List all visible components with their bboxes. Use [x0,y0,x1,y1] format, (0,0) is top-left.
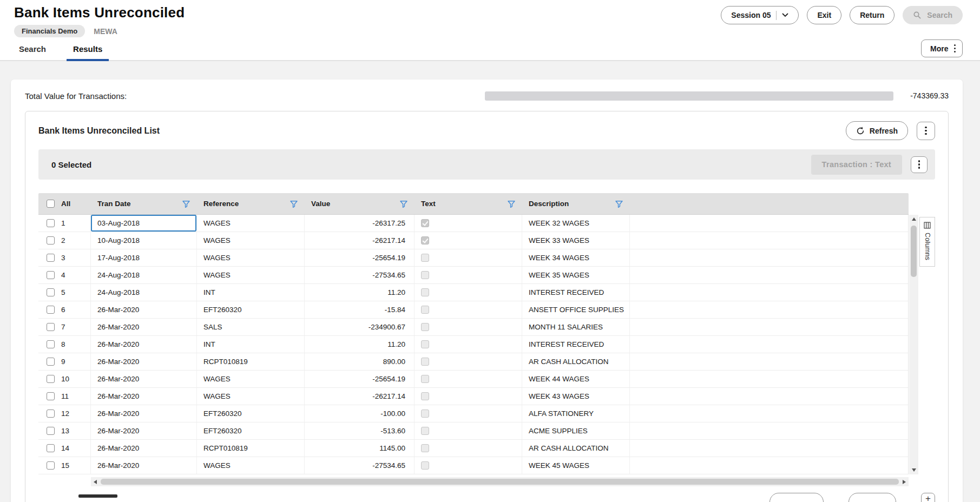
row-checkbox[interactable] [47,340,55,348]
cell-tran-date[interactable]: 26-Mar-2020 [91,405,197,422]
header-value[interactable]: Value [305,193,415,214]
row-checkbox[interactable] [47,271,55,279]
table-row[interactable]: 210-Aug-2018WAGES-26217.14WEEK 33 WAGES [38,232,908,249]
cell-tran-date[interactable]: 26-Mar-2020 [91,422,197,439]
row-checkbox[interactable] [47,444,55,452]
cell-tran-date[interactable]: 26-Mar-2020 [91,440,197,457]
cell-tran-date[interactable]: 26-Mar-2020 [91,388,197,405]
scroll-up-arrow[interactable] [909,215,918,223]
select-all-checkbox[interactable] [47,200,55,208]
return-button[interactable]: Return [850,6,895,24]
refresh-button[interactable]: Refresh [846,121,908,140]
cell-reference[interactable]: WAGES [197,371,305,387]
table-row[interactable]: 1426-Mar-2020RCPT0108191145.00AR CASH AL… [38,440,908,457]
cell-reference[interactable]: RCPT010819 [197,353,305,370]
clipped-add-button[interactable]: + [921,493,935,502]
cell-value[interactable]: -100.00 [305,405,415,422]
filter-icon[interactable] [290,200,298,208]
cell-description[interactable]: ACME SUPPLIES [522,422,630,439]
table-row[interactable]: 424-Aug-2018WAGES-27534.65WEEK 35 WAGES [38,267,908,284]
row-checkbox[interactable] [47,392,55,400]
horizontal-scrollbar[interactable] [91,477,909,486]
header-reference[interactable]: Reference [197,193,305,214]
table-row[interactable]: 826-Mar-2020INT11.20INTEREST RECEIVED [38,336,908,353]
cell-tran-date[interactable]: 26-Mar-2020 [91,336,197,353]
cell-tran-date[interactable]: 10-Aug-2018 [91,232,197,249]
table-row[interactable]: 726-Mar-2020SALS-234900.67MONTH 11 SALAR… [38,319,908,336]
row-checkbox[interactable] [47,358,55,366]
scroll-left-arrow[interactable] [91,477,100,486]
cell-reference[interactable]: WAGES [197,232,305,249]
cell-tran-date[interactable]: 26-Mar-2020 [91,319,197,335]
cell-value[interactable]: -26217.14 [305,232,415,249]
row-checkbox[interactable] [47,323,55,331]
table-row[interactable]: 524-Aug-2018INT11.20INTEREST RECEIVED [38,284,908,301]
cell-value[interactable]: -513.60 [305,422,415,439]
clipped-button[interactable] [769,493,824,502]
cell-reference[interactable]: WAGES [197,215,305,232]
cell-tran-date[interactable]: 24-Aug-2018 [91,267,197,283]
cell-description[interactable]: INTEREST RECEIVED [522,284,630,301]
cell-value[interactable]: -26317.25 [305,215,415,232]
row-checkbox[interactable] [47,409,55,418]
cell-value[interactable]: -234900.67 [305,319,415,335]
toolbar-kebab-button[interactable] [911,156,928,173]
cell-value[interactable]: -27534.65 [305,457,415,474]
cell-description[interactable]: INTEREST RECEIVED [522,336,630,353]
cell-tran-date[interactable]: 26-Mar-2020 [91,371,197,387]
cell-description[interactable]: WEEK 32 WAGES [522,215,630,232]
cell-value[interactable]: -27534.65 [305,267,415,283]
row-checkbox[interactable] [47,288,55,296]
cell-description[interactable]: WEEK 44 WAGES [522,371,630,387]
exit-button[interactable]: Exit [807,6,841,24]
cell-tran-date[interactable]: 03-Aug-2018 [91,215,197,232]
cell-description[interactable]: WEEK 35 WAGES [522,267,630,283]
cell-value[interactable]: -25654.19 [305,371,415,387]
cell-description[interactable]: WEEK 33 WAGES [522,232,630,249]
cell-tran-date[interactable]: 17-Aug-2018 [91,249,197,266]
table-row[interactable]: 626-Mar-2020EFT260320-15.84ANSETT OFFICE… [38,301,908,319]
cell-value[interactable]: -25654.19 [305,249,415,266]
cell-description[interactable]: WEEK 43 WAGES [522,388,630,405]
clipped-button[interactable] [849,493,896,502]
filter-icon[interactable] [182,200,190,208]
filter-icon[interactable] [615,200,623,208]
row-checkbox[interactable] [47,254,55,262]
cell-description[interactable]: WEEK 34 WAGES [522,249,630,266]
cell-description[interactable]: ALFA STATIONERY [522,405,630,422]
cell-reference[interactable]: EFT260320 [197,422,305,439]
table-row[interactable]: 1526-Mar-2020WAGES-27534.65WEEK 45 WAGES [38,457,908,474]
cell-reference[interactable]: INT [197,284,305,301]
cell-reference[interactable]: RCPT010819 [197,440,305,457]
cell-value[interactable]: 1145.00 [305,440,415,457]
table-row[interactable]: 1226-Mar-2020EFT260320-100.00ALFA STATIO… [38,405,908,422]
header-tran-date[interactable]: Tran Date [91,193,197,214]
tab-results[interactable]: Results [72,39,103,60]
tab-search[interactable]: Search [18,39,47,60]
cell-tran-date[interactable]: 26-Mar-2020 [91,301,197,318]
cell-reference[interactable]: WAGES [197,457,305,474]
row-checkbox[interactable] [47,219,55,227]
cell-reference[interactable]: WAGES [197,388,305,405]
vertical-scroll-thumb[interactable] [911,226,917,277]
cell-value[interactable]: -15.84 [305,301,415,318]
table-row[interactable]: 926-Mar-2020RCPT010819890.00AR CASH ALLO… [38,353,908,371]
cell-tran-date[interactable]: 26-Mar-2020 [91,353,197,370]
cell-description[interactable]: MONTH 11 SALARIES [522,319,630,335]
table-row[interactable]: 317-Aug-2018WAGES-25654.19WEEK 34 WAGES [38,249,908,267]
cell-reference[interactable]: EFT260320 [197,301,305,318]
session-dropdown[interactable]: Session 05 [721,6,799,24]
horizontal-scroll-thumb[interactable] [101,479,899,485]
row-checkbox[interactable] [47,375,55,383]
cell-reference[interactable]: WAGES [197,249,305,266]
cell-tran-date[interactable]: 26-Mar-2020 [91,457,197,474]
filter-icon[interactable] [507,200,516,208]
cell-reference[interactable]: WAGES [197,267,305,283]
cell-value[interactable]: 11.20 [305,284,415,301]
more-button[interactable]: More [921,39,963,57]
header-description[interactable]: Description [522,193,630,214]
row-checkbox[interactable] [47,461,55,470]
cell-description[interactable]: ANSETT OFFICE SUPPLIES [522,301,630,318]
cell-value[interactable]: -26217.14 [305,388,415,405]
cell-reference[interactable]: INT [197,336,305,353]
